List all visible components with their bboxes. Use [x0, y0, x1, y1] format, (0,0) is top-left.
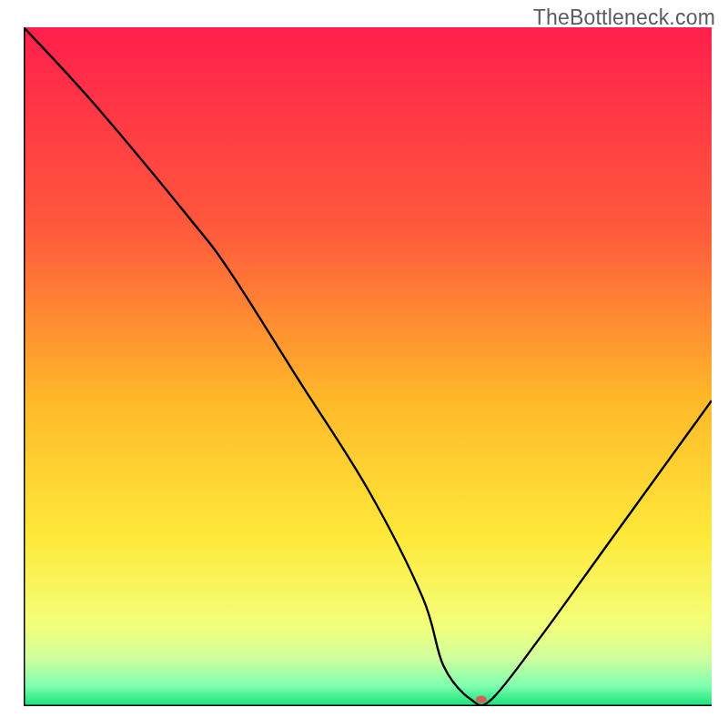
watermark-text: TheBottleneck.com: [533, 5, 715, 30]
optimal-point-marker: [476, 696, 487, 703]
chart-svg: [24, 27, 712, 706]
chart-container: TheBottleneck.com: [0, 0, 728, 728]
gradient-background: [24, 27, 712, 706]
plot-area: [24, 27, 712, 706]
